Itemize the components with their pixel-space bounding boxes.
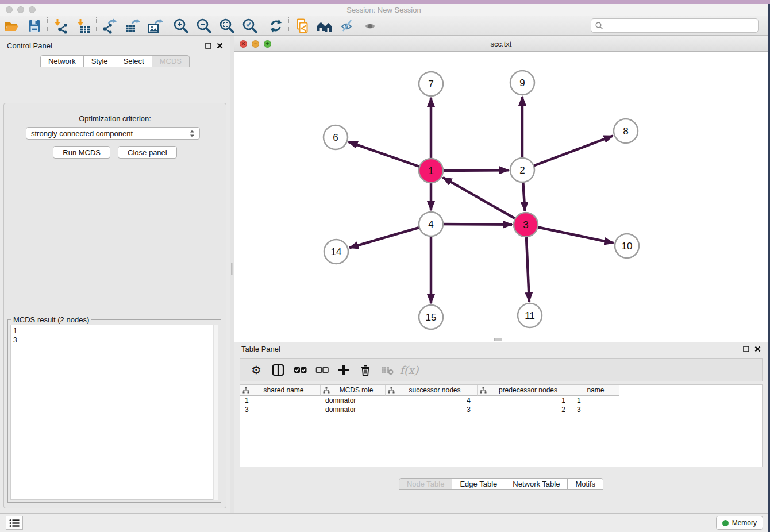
edge-3-1[interactable] [443, 178, 526, 225]
column-header-shared-name[interactable]: shared name [240, 385, 321, 396]
mcds-result-legend: MCDS result (2 nodes) [11, 315, 91, 324]
divider-handle[interactable] [231, 263, 233, 275]
zoom-in-button[interactable] [170, 17, 192, 35]
close-table-panel-icon[interactable] [754, 346, 761, 352]
delete-column-button[interactable] [357, 362, 374, 378]
tab-select[interactable]: Select [116, 55, 152, 67]
export-image-button[interactable] [144, 17, 167, 35]
zoom-fit-button[interactable] [215, 17, 238, 35]
float-panel-icon[interactable] [205, 43, 211, 49]
select-all-button[interactable] [292, 362, 308, 378]
table-body: 1dominator4113dominator323 [240, 396, 762, 414]
apply-layout-button[interactable] [264, 17, 287, 35]
save-session-button[interactable] [23, 17, 46, 35]
cell-MCDS-role[interactable]: dominator [321, 405, 386, 414]
cell-shared-name[interactable]: 3 [240, 405, 321, 414]
edge-3-10[interactable] [526, 225, 614, 243]
select-all-icon [294, 364, 307, 376]
table-tab-motifs[interactable]: Motifs [567, 478, 603, 490]
node-4[interactable]: 4 [419, 212, 443, 236]
save-icon [26, 18, 43, 34]
table-tab-node-table[interactable]: Node Table [399, 478, 453, 490]
delete-table-button[interactable] [379, 362, 395, 378]
node-10[interactable]: 10 [615, 234, 639, 258]
export-table-button[interactable] [121, 17, 144, 35]
import-network-button[interactable] [49, 17, 72, 35]
cell-predecessor-nodes[interactable]: 1 [478, 396, 572, 405]
tab-style[interactable]: Style [83, 55, 116, 67]
table-panel-title: Table Panel [241, 345, 280, 353]
status-bar: Memory [0, 513, 768, 532]
desktop-strip-top [0, 0, 770, 4]
node-2[interactable]: 2 [510, 158, 534, 182]
tab-network[interactable]: Network [40, 55, 84, 67]
cell-name[interactable]: 1 [572, 396, 619, 405]
optimization-criterion-label: Optimization criterion: [4, 114, 226, 123]
node-14[interactable]: 14 [324, 240, 348, 264]
split-pane-button[interactable] [270, 362, 286, 378]
hide-selected-button[interactable] [336, 17, 359, 35]
node-6[interactable]: 6 [324, 125, 348, 149]
control-panel-title: Control Panel [7, 41, 52, 50]
function-builder-button[interactable]: f(x) [401, 362, 417, 378]
node-3[interactable]: 3 [514, 213, 538, 237]
memory-button[interactable]: Memory [716, 516, 763, 530]
criterion-dropdown[interactable]: strongly connected component [26, 127, 200, 140]
node-11[interactable]: 11 [518, 303, 542, 327]
main-toolbar [0, 16, 768, 36]
cell-MCDS-role[interactable]: dominator [321, 396, 386, 405]
canvas-scroll-thumb[interactable] [494, 338, 502, 341]
cell-name[interactable]: 3 [572, 405, 619, 414]
svg-text:11: 11 [525, 310, 535, 321]
refresh-icon [268, 18, 284, 34]
task-history-button[interactable] [6, 516, 23, 530]
eye-slash-icon [340, 18, 356, 34]
zoom-out-button[interactable] [192, 17, 215, 35]
table-tab-edge-table[interactable]: Edge Table [452, 478, 505, 490]
node-table: shared nameMCDS rolesuccessor nodesprede… [240, 384, 763, 467]
trash-icon [359, 364, 372, 376]
cell-predecessor-nodes[interactable]: 2 [478, 405, 572, 414]
export-network-icon [101, 18, 117, 34]
float-table-panel-icon[interactable] [743, 346, 749, 352]
tab-mcds[interactable]: MCDS [152, 55, 190, 67]
column-header-successor-nodes[interactable]: successor nodes [386, 385, 478, 396]
edge-2-8[interactable] [522, 136, 613, 170]
node-7[interactable]: 7 [419, 72, 443, 96]
close-panel-icon[interactable] [217, 43, 223, 49]
nested-networks-button[interactable] [313, 17, 336, 35]
column-header-name[interactable]: name [572, 385, 619, 396]
node-15[interactable]: 15 [419, 305, 443, 329]
export-network-button[interactable] [98, 17, 121, 35]
cell-successor-nodes[interactable]: 3 [386, 405, 478, 414]
cell-successor-nodes[interactable]: 4 [386, 396, 478, 405]
result-line: 1 [13, 326, 215, 336]
open-file-button[interactable] [0, 17, 23, 35]
control-panel: Control Panel NetworkStyleSelectMCDS Opt… [0, 36, 230, 513]
search-field[interactable] [591, 18, 759, 33]
zoom-selected-button[interactable] [238, 17, 261, 35]
svg-text:7: 7 [428, 79, 433, 90]
node-1[interactable]: 1 [419, 159, 443, 183]
close-panel-button[interactable]: Close panel [118, 146, 177, 159]
table-settings-button[interactable]: ⚙ [248, 362, 264, 378]
node-8[interactable]: 8 [614, 119, 638, 143]
dropdown-stepper-icon [190, 129, 195, 138]
import-table-button[interactable] [72, 17, 95, 35]
mcds-result-list[interactable]: 13 [10, 325, 218, 500]
result-scrollbar[interactable] [213, 325, 218, 500]
cell-shared-name[interactable]: 1 [240, 396, 321, 405]
column-header-predecessor-nodes[interactable]: predecessor nodes [478, 385, 572, 396]
search-input[interactable] [604, 20, 758, 32]
edge-1-6[interactable] [349, 142, 431, 171]
clone-network-button[interactable] [290, 17, 313, 35]
network-titlebar: ✕ − + scc.txt [234, 36, 768, 52]
network-canvas[interactable]: 7968124314101511 [234, 52, 768, 342]
column-header-MCDS-role[interactable]: MCDS role [321, 385, 386, 396]
add-column-button[interactable] [336, 362, 352, 378]
table-tab-network-table[interactable]: Network Table [505, 478, 568, 490]
node-9[interactable]: 9 [510, 71, 534, 95]
show-all-button[interactable] [359, 17, 382, 35]
deselect-all-button[interactable] [314, 362, 330, 378]
run-mcds-button[interactable]: Run MCDS [53, 146, 110, 159]
